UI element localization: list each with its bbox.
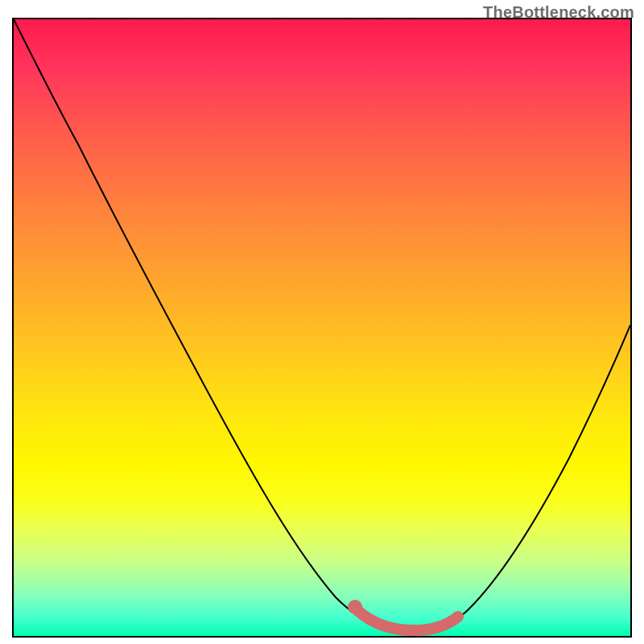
chart-svg-layer xyxy=(14,19,630,636)
optimal-range-highlight xyxy=(358,611,458,630)
chart-frame xyxy=(12,18,632,638)
optimal-range-start-dot xyxy=(348,600,362,614)
watermark-text: TheBottleneck.com xyxy=(483,3,634,22)
bottleneck-curve xyxy=(14,19,630,631)
